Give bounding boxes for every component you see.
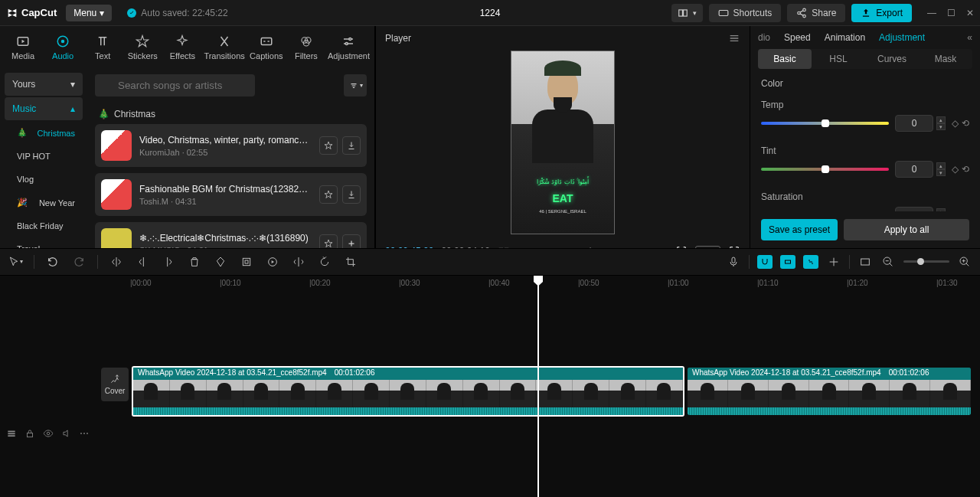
add-track-button[interactable] <box>342 234 361 248</box>
preview-axis-button[interactable] <box>826 254 841 270</box>
more-icon[interactable]: ⋯ <box>80 428 89 439</box>
subtab-curves[interactable]: Curves <box>865 49 919 69</box>
minimize-icon[interactable]: — <box>927 8 936 18</box>
zoom-in-button[interactable] <box>957 254 972 270</box>
temp-value[interactable]: 0 <box>895 115 933 132</box>
sidebar-item-blackfriday[interactable]: Black Friday <box>5 215 83 237</box>
undo-button[interactable] <box>45 254 60 270</box>
favorite-button[interactable] <box>319 234 338 248</box>
tab-media[interactable]: Media <box>3 31 43 64</box>
tab-captions[interactable]: Captions <box>247 31 286 64</box>
share-button[interactable]: Share <box>787 4 845 22</box>
sidebar-item-travel[interactable]: Travel <box>5 238 83 248</box>
track-menu-icon[interactable] <box>6 428 17 439</box>
maximize-icon[interactable]: ☐ <box>947 8 956 18</box>
freeze-button[interactable] <box>239 254 254 270</box>
sidebar-item-newyear[interactable]: 🎉New Year <box>5 191 83 214</box>
subtab-mask[interactable]: Mask <box>919 49 972 69</box>
keyframe-icon[interactable]: ◇ <box>952 118 959 129</box>
track-item[interactable]: Fashionable BGM for Christmas(1238227) T… <box>95 173 367 216</box>
favorite-button[interactable] <box>319 185 338 204</box>
tab-text[interactable]: Text <box>83 31 122 64</box>
sidebar-item-yours[interactable]: Yours▾ <box>5 73 83 96</box>
reverse-button[interactable] <box>265 254 280 270</box>
zoom-slider[interactable] <box>903 260 949 263</box>
timeline-ruler[interactable]: |00:00|00:10|00:20|00:30|00:40|00:50|01:… <box>130 276 980 294</box>
save-preset-button[interactable]: Save as preset <box>761 219 838 240</box>
menu-button[interactable]: Menu ▾ <box>66 5 112 21</box>
tab-audio[interactable]: Audio <box>43 31 83 64</box>
mirror-button[interactable] <box>291 254 306 270</box>
shortcuts-button[interactable]: Shortcuts <box>709 4 782 22</box>
redo-button[interactable] <box>71 254 87 270</box>
keyframe-icon[interactable]: ◇ <box>952 164 959 175</box>
video-clip[interactable]: WhatsApp Video 2024-12-18 at 03.54.21_cc… <box>132 366 684 417</box>
apply-all-button[interactable]: Apply to all <box>844 219 969 240</box>
temp-up[interactable]: ▴ <box>936 116 946 123</box>
preview-toggle-button[interactable] <box>858 254 873 270</box>
add-track-button[interactable] <box>342 185 361 204</box>
tab-stickers[interactable]: Stickers <box>122 31 162 64</box>
player-menu-icon[interactable] <box>728 32 740 44</box>
temp-slider[interactable] <box>761 122 889 125</box>
lock-icon[interactable] <box>24 428 35 439</box>
magnet-main-button[interactable] <box>757 255 773 269</box>
video-clip[interactable]: WhatsApp Video 2024-12-18 at 03.54.21_cc… <box>688 368 971 415</box>
player-viewport[interactable]: أَمِنُوا ۚ ذَاتِ دَاوُدَ شُكْرًا EAT 46 … <box>376 51 750 234</box>
prop-tab-animation[interactable]: Animation <box>825 32 865 43</box>
magnet-track-button[interactable] <box>780 255 795 269</box>
favorite-button[interactable] <box>319 136 338 155</box>
split-right-button[interactable] <box>161 254 176 270</box>
tint-down[interactable]: ▾ <box>936 169 946 176</box>
close-icon[interactable]: ✕ <box>966 8 974 18</box>
cover-button[interactable]: Cover <box>101 368 129 401</box>
titlebar: CapCut Menu ▾ Auto saved: 22:45:22 1224 … <box>0 0 980 26</box>
collapse-icon[interactable]: « <box>967 32 972 43</box>
playhead[interactable] <box>537 279 539 498</box>
tab-adjustment[interactable]: Adjustment <box>326 31 371 64</box>
sidebar-item-viphot[interactable]: VIP HOT <box>5 146 83 167</box>
sidebar-item-christmas[interactable]: 🎄Christmas <box>5 122 83 144</box>
ruler-mark: |01:20 <box>847 279 868 287</box>
track-item[interactable]: ❄.·:·.Electrical❄Christmas·.·:·❄(1316890… <box>95 222 367 248</box>
zoom-out-button[interactable] <box>880 254 896 270</box>
sort-button[interactable]: ▾ <box>344 74 367 96</box>
tab-filters[interactable]: Filters <box>286 31 326 64</box>
select-tool[interactable]: ▾ <box>8 254 23 270</box>
mute-icon[interactable] <box>61 428 72 439</box>
track-item[interactable]: Video, Christmas, winter, party, romance… <box>95 124 367 167</box>
adjustment-icon <box>341 34 356 49</box>
add-track-button[interactable] <box>342 136 361 155</box>
prop-tab-speed[interactable]: Speed <box>784 32 811 43</box>
subtab-basic[interactable]: Basic <box>758 49 812 69</box>
marker-button[interactable] <box>213 254 228 270</box>
split-button[interactable] <box>109 254 124 270</box>
search-input[interactable] <box>95 74 255 96</box>
sidebar-item-vlog[interactable]: Vlog <box>5 168 83 190</box>
layout-button[interactable]: ▾ <box>671 4 703 22</box>
tint-slider[interactable] <box>761 168 889 171</box>
prop-tab-audio[interactable]: dio <box>758 32 770 43</box>
sidebar-item-music[interactable]: Music▴ <box>5 97 83 120</box>
prop-tab-adjustment[interactable]: Adjustment <box>879 32 925 43</box>
tint-value[interactable]: 0 <box>895 161 933 178</box>
tint-up[interactable]: ▴ <box>936 162 946 169</box>
reset-icon[interactable]: ⟲ <box>962 118 969 129</box>
timeline[interactable]: |00:00|00:10|00:20|00:30|00:40|00:50|01:… <box>0 276 980 498</box>
reset-icon[interactable]: ⟲ <box>962 164 969 175</box>
tab-transitions[interactable]: Transitions <box>202 31 246 64</box>
delete-button[interactable] <box>187 254 202 270</box>
media-icon <box>15 34 31 49</box>
mic-button[interactable] <box>726 254 741 270</box>
sub-caption: 46 | SERGNE_ISRAEL <box>511 209 614 214</box>
subtab-hsl[interactable]: HSL <box>812 49 865 69</box>
tab-effects[interactable]: Effects <box>162 31 202 64</box>
link-toggle-button[interactable] <box>803 255 818 269</box>
crop-button[interactable] <box>343 254 358 270</box>
document-title[interactable]: 1224 <box>480 8 501 18</box>
eye-icon[interactable] <box>43 428 54 439</box>
split-left-button[interactable] <box>135 254 150 270</box>
temp-down[interactable]: ▾ <box>936 123 946 130</box>
rotate-button[interactable] <box>317 254 332 270</box>
export-button[interactable]: Export <box>851 4 912 22</box>
